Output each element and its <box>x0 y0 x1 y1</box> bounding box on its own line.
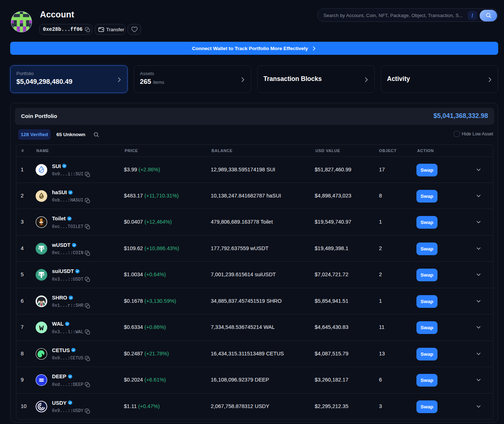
svg-text:W: W <box>39 324 44 333</box>
